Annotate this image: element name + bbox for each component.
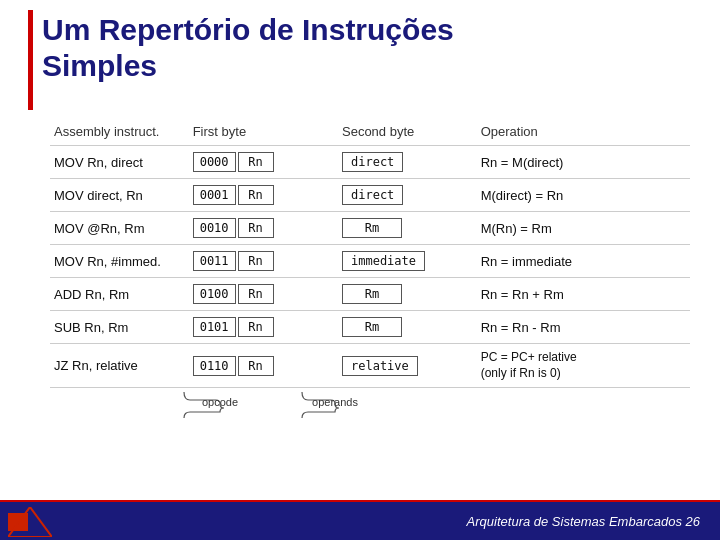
opcode-box: 0011 [193,251,236,271]
instruct-cell: JZ Rn, relative [50,344,189,388]
rn-box: Rn [238,185,274,205]
footer-text: Arquitetura de Sistemas Embarcados 26 [467,514,700,529]
table-row: ADD Rn, Rm 0100 Rn Rm Rn = Rn + Rm [50,278,690,311]
first-byte-cell: 0011 Rn [189,245,338,278]
opcode-box: 0100 [193,284,236,304]
operation-cell: Rn = Rn - Rm [477,311,690,344]
operation-cell: M(Rn) = Rm [477,212,690,245]
brace-labels-area: opcode operands [180,390,690,418]
operation-cell: Rn = M(direct) [477,146,690,179]
operation-cell: Rn = immediate [477,245,690,278]
table-row: MOV Rn, #immed. 0011 Rn immediate Rn = i… [50,245,690,278]
instruct-cell: SUB Rn, Rm [50,311,189,344]
instruct-cell: MOV @Rn, Rm [50,212,189,245]
operation-cell: Rn = Rn + Rm [477,278,690,311]
rn-box: Rn [238,356,274,376]
first-byte-cell: 0000 Rn [189,146,338,179]
slide-title: Um Repertório de Instruções Simples [42,12,702,84]
second-byte-cell: direct [338,146,477,179]
second-byte-box: relative [342,356,418,376]
operation-cell: M(direct) = Rn [477,179,690,212]
second-byte-box: Rm [342,218,402,238]
instruct-cell: MOV direct, Rn [50,179,189,212]
first-byte-cell: 0100 Rn [189,278,338,311]
first-byte-cell: 0101 Rn [189,311,338,344]
table-row: JZ Rn, relative 0110 Rn relative PC = PC… [50,344,690,388]
second-byte-box: Rm [342,317,402,337]
content-area: Assembly instruct. First byte Second byt… [50,118,690,418]
footer-logo-area [8,507,52,537]
second-byte-cell: Rm [338,212,477,245]
table-row: SUB Rn, Rm 0101 Rn Rm Rn = Rn - Rm [50,311,690,344]
logo-icon [8,507,52,537]
rn-box: Rn [238,251,274,271]
rn-box: Rn [238,218,274,238]
second-byte-cell: Rm [338,278,477,311]
table-row: MOV direct, Rn 0001 Rn direct M(direct) … [50,179,690,212]
opcode-box: 0101 [193,317,236,337]
rn-box: Rn [238,284,274,304]
second-byte-cell: Rm [338,311,477,344]
second-byte-box: immediate [342,251,425,271]
header-first-byte: First byte [189,118,338,146]
opcode-box: 0000 [193,152,236,172]
instruction-table: Assembly instruct. First byte Second byt… [50,118,690,388]
first-byte-cell: 0010 Rn [189,212,338,245]
left-bar [28,10,33,110]
header-instruct: Assembly instruct. [50,118,189,146]
rn-box: Rn [238,317,274,337]
second-byte-box: Rm [342,284,402,304]
header-second-byte: Second byte [338,118,477,146]
operation-cell: PC = PC+ relative(only if Rn is 0) [477,344,690,388]
instruct-cell: MOV Rn, #immed. [50,245,189,278]
table-row: MOV @Rn, Rm 0010 Rn Rm M(Rn) = Rm [50,212,690,245]
second-byte-cell: relative [338,344,477,388]
instruct-cell: ADD Rn, Rm [50,278,189,311]
second-byte-box: direct [342,152,403,172]
first-byte-cell: 0110 Rn [189,344,338,388]
slide-container: Um Repertório de Instruções Simples Asse… [0,0,720,540]
opcode-label: opcode [180,396,260,408]
first-byte-cell: 0001 Rn [189,179,338,212]
opcode-box: 0110 [193,356,236,376]
table-row: MOV Rn, direct 0000 Rn direct Rn = M(dir… [50,146,690,179]
second-byte-cell: immediate [338,245,477,278]
table-header-row: Assembly instruct. First byte Second byt… [50,118,690,146]
instruct-cell: MOV Rn, direct [50,146,189,179]
footer-bar: Arquitetura de Sistemas Embarcados 26 [0,502,720,540]
rn-box: Rn [238,152,274,172]
second-byte-cell: direct [338,179,477,212]
header-operation: Operation [477,118,690,146]
opcode-box: 0001 [193,185,236,205]
title-area: Um Repertório de Instruções Simples [42,12,702,84]
operands-label: operands [298,396,372,408]
second-byte-box: direct [342,185,403,205]
opcode-box: 0010 [193,218,236,238]
